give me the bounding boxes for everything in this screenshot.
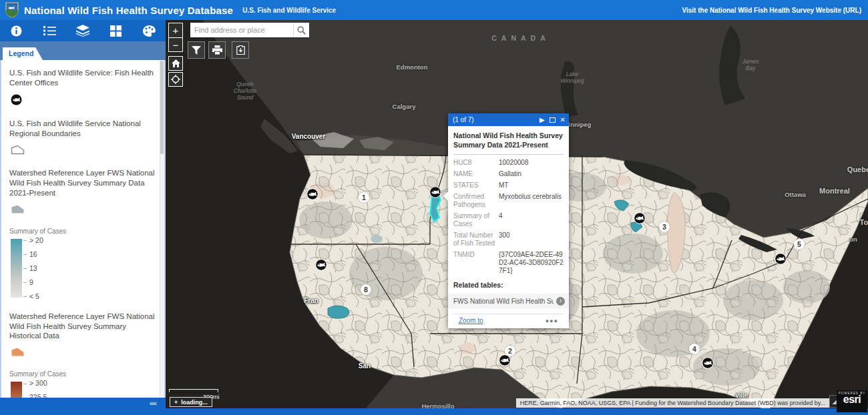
popup-header[interactable]: (1 of 7) ▶ ✕ bbox=[448, 113, 569, 126]
watershed-historical-swatch bbox=[11, 347, 155, 360]
bottom-strip bbox=[0, 408, 868, 415]
locate-button[interactable] bbox=[168, 72, 183, 87]
field-row: Confirmed PathogensMyxobolus cerebralis bbox=[453, 193, 564, 209]
collapse-panel-button[interactable]: «« bbox=[150, 399, 156, 407]
filter-icon bbox=[192, 46, 201, 55]
fish-health-center-marker[interactable] bbox=[499, 354, 511, 366]
ramp-label: Summary of Cases bbox=[9, 228, 155, 235]
panel-tab-bar: Legend bbox=[0, 41, 166, 60]
more-options-button[interactable]: ●●● bbox=[546, 318, 558, 324]
legend-section-title: U.S. Fish and Wildlife Service: Fish Hea… bbox=[9, 68, 155, 88]
color-ramp bbox=[11, 239, 22, 298]
panel-scrollbar[interactable] bbox=[160, 60, 164, 398]
legend-section-title: Watershed Reference Layer FWS National W… bbox=[9, 312, 155, 342]
polygon-gray-icon bbox=[11, 204, 25, 214]
esri-logo[interactable]: POWERED BY esri bbox=[837, 390, 867, 412]
fish-health-center-marker[interactable] bbox=[634, 212, 646, 224]
filter-button[interactable] bbox=[188, 41, 205, 59]
info-button[interactable] bbox=[5, 22, 28, 39]
legend-button[interactable] bbox=[38, 22, 61, 39]
fish-marker-icon bbox=[634, 212, 646, 224]
ramp-tick: > 300 bbox=[23, 380, 47, 386]
fish-health-center-marker[interactable] bbox=[429, 186, 441, 198]
fish-marker-icon bbox=[429, 186, 441, 198]
popup-pager: (1 of 7) bbox=[453, 116, 535, 123]
field-row: STATESMT bbox=[453, 181, 564, 189]
info-icon bbox=[11, 25, 22, 37]
search-input[interactable] bbox=[190, 23, 293, 37]
polygon-outline-icon bbox=[11, 145, 25, 155]
related-table-item[interactable]: FWS National Wild Fish Health Survey ...… bbox=[448, 294, 569, 309]
fish-marker-icon bbox=[499, 354, 511, 366]
field-row: HUC810020008 bbox=[453, 159, 564, 167]
ramp-tick: 16 bbox=[23, 251, 43, 258]
field-row: Summary of Cases4 bbox=[453, 212, 564, 228]
polygon-orange-icon bbox=[11, 347, 25, 357]
layers-icon bbox=[76, 25, 89, 37]
home-button[interactable] bbox=[168, 56, 183, 71]
ramp-tick: 13 bbox=[23, 265, 43, 272]
tab-legend[interactable]: Legend bbox=[3, 47, 43, 60]
popup-title: National Wild Fish Health Survey Summary… bbox=[453, 131, 564, 149]
page-subtitle: U.S. Fish and Wildlife Service bbox=[242, 7, 336, 14]
fish-marker-icon bbox=[306, 188, 318, 200]
basemap-button[interactable] bbox=[105, 22, 128, 39]
locate-icon bbox=[171, 75, 180, 84]
basemap-grid-icon bbox=[110, 25, 122, 37]
fish-marker-icon bbox=[775, 253, 787, 265]
region-number-label: 4 bbox=[689, 344, 700, 354]
related-tables-label: Related tables: bbox=[453, 281, 564, 289]
esri-wordmark: esri bbox=[837, 395, 867, 404]
fish-health-center-marker[interactable] bbox=[315, 259, 327, 271]
popup-divider bbox=[453, 154, 564, 155]
popup-close-button[interactable]: ✕ bbox=[560, 117, 566, 123]
fish-health-center-marker[interactable] bbox=[775, 253, 787, 265]
zoom-to-link[interactable]: Zoom to bbox=[459, 317, 483, 324]
ramp-label: Summary of Cases bbox=[9, 370, 155, 378]
draw-button[interactable] bbox=[138, 22, 160, 39]
fish-health-center-marker[interactable] bbox=[702, 357, 714, 369]
fish-center-swatch bbox=[11, 94, 155, 108]
select-button[interactable] bbox=[232, 41, 249, 59]
popup-next-button[interactable]: ▶ bbox=[539, 117, 545, 123]
page-title: National Wild Fish Health Survey Databas… bbox=[24, 5, 233, 16]
layers-button[interactable] bbox=[71, 22, 94, 39]
zoom-in-button[interactable]: + bbox=[168, 23, 183, 37]
region-number-label: 8 bbox=[361, 284, 371, 295]
ramp-tick: 9 bbox=[23, 279, 43, 286]
feature-popup: (1 of 7) ▶ ✕ National Wild Fish Health S… bbox=[448, 113, 569, 328]
zoom-out-button[interactable]: − bbox=[168, 37, 183, 52]
map-canvas[interactable]: CANADAEdmontonCalgaryVancouverQueen Char… bbox=[166, 20, 868, 408]
select-clipboard-icon bbox=[236, 45, 245, 55]
legend-panel: U.S. Fish and Wildlife Service: Fish Hea… bbox=[0, 60, 166, 398]
popup-maximize-button[interactable] bbox=[550, 117, 556, 123]
region-number-label: 1 bbox=[359, 192, 369, 203]
region-number-label: 5 bbox=[794, 239, 805, 250]
ramp-tick: > 20 bbox=[23, 237, 43, 244]
search-button[interactable] bbox=[293, 23, 309, 37]
popup-body: National Wild Fish Health Survey Summary… bbox=[448, 126, 569, 328]
legend-list-icon bbox=[43, 25, 56, 36]
fish-marker-icon bbox=[702, 357, 714, 369]
popup-pointer bbox=[443, 191, 448, 201]
summary-cases-ramp-historical: > 300 225.5 151 76.5 < 2 bbox=[11, 382, 155, 398]
color-ramp bbox=[11, 382, 22, 398]
search-icon bbox=[297, 26, 306, 35]
loading-text: loading... bbox=[181, 399, 208, 406]
search-box bbox=[190, 23, 309, 37]
legend-section-title: U.S. Fish and Wildlife Service National … bbox=[9, 119, 155, 139]
loading-indicator: + loading... bbox=[170, 397, 212, 407]
fish-marker-icon bbox=[11, 94, 22, 105]
sidebar: Legend U.S. Fish and Wildlife Service: F… bbox=[0, 41, 166, 398]
print-button[interactable] bbox=[208, 41, 226, 59]
usfws-logo-icon bbox=[5, 2, 19, 18]
scale-bar bbox=[169, 389, 218, 392]
field-row: NAMEGallatin bbox=[453, 170, 564, 178]
palette-icon bbox=[143, 25, 156, 37]
website-link[interactable]: Visit the National Wild Fish Health Surv… bbox=[682, 7, 861, 14]
summary-cases-ramp-current: > 20 16 13 9 < 5 bbox=[11, 239, 155, 300]
watershed-2021-swatch bbox=[11, 204, 155, 217]
chevron-right-icon[interactable]: › bbox=[556, 297, 565, 306]
popup-footer: Zoom to ●●● bbox=[453, 314, 564, 328]
fish-health-center-marker[interactable] bbox=[306, 188, 318, 200]
